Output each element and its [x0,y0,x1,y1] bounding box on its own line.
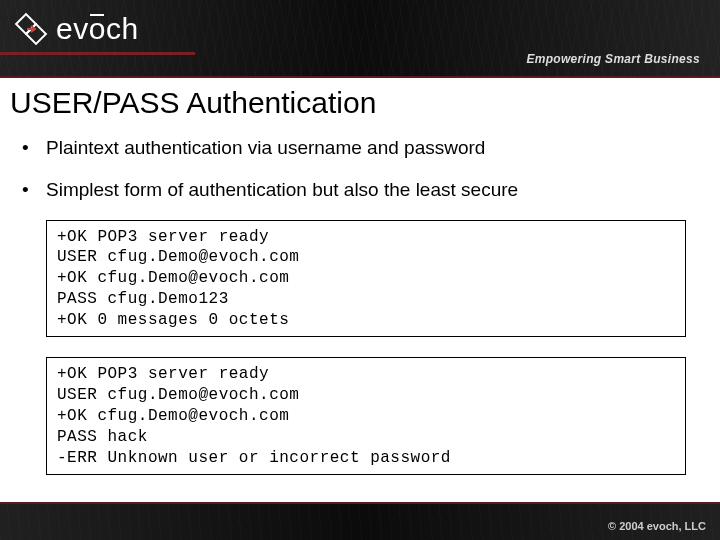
bullet-list: Plaintext authentication via username an… [10,136,710,202]
code-block-success: +OK POP3 server ready USER cfug.Demo@evo… [46,220,686,338]
brand-name: evoch [56,12,139,46]
slide-title: USER/PASS Authentication [10,86,710,120]
slide-content: USER/PASS Authentication Plaintext authe… [0,78,720,502]
svg-rect-1 [26,24,46,44]
code-block-error: +OK POP3 server ready USER cfug.Demo@evo… [46,357,686,475]
brand-tagline: Empowering Smart Business [526,52,700,66]
bullet-item: Plaintext authentication via username an… [22,136,710,160]
slide-header: evoch Empowering Smart Business [0,0,720,78]
logo-mark-icon [14,12,48,46]
brand-logo: evoch [14,12,139,46]
copyright-text: © 2004 evoch, LLC [608,520,706,532]
bullet-item: Simplest form of authentication but also… [22,178,710,202]
logo-underline [0,52,195,55]
slide-footer: © 2004 evoch, LLC [0,502,720,540]
